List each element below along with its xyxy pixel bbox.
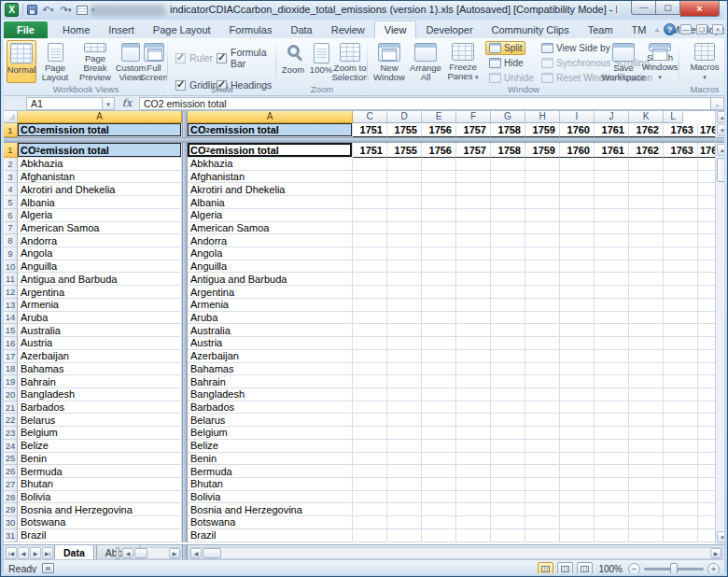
prev-sheet-icon[interactable]: ◀ xyxy=(18,547,29,559)
empty-cell[interactable] xyxy=(456,312,491,325)
empty-cell[interactable] xyxy=(595,375,629,388)
cell-A7-right[interactable]: American Samoa xyxy=(188,222,353,235)
cell-A15-left[interactable]: Australia xyxy=(18,324,182,337)
empty-cell[interactable] xyxy=(491,312,525,325)
tab-developer[interactable]: Developer xyxy=(416,21,482,38)
empty-cell[interactable] xyxy=(629,247,664,260)
row-header-1-top[interactable]: 1 xyxy=(4,123,18,137)
empty-cell[interactable] xyxy=(387,196,422,209)
row-header-6[interactable]: 6 xyxy=(4,209,18,222)
empty-cell[interactable] xyxy=(353,234,387,247)
formula-input[interactable]: CO2 emission total xyxy=(139,97,710,110)
empty-cell[interactable] xyxy=(491,273,525,286)
empty-cell[interactable] xyxy=(525,273,560,286)
cell-A30-left[interactable]: Botswana xyxy=(18,516,182,529)
empty-cell[interactable] xyxy=(664,529,698,542)
empty-cell[interactable] xyxy=(422,312,456,325)
cell-A28-left[interactable]: Bolivia xyxy=(18,491,182,504)
empty-cell[interactable] xyxy=(387,363,422,376)
empty-cell[interactable] xyxy=(422,171,456,184)
column-header-F[interactable]: F xyxy=(456,111,491,123)
save-icon[interactable] xyxy=(27,5,37,15)
empty-cell[interactable] xyxy=(560,516,595,529)
empty-cell[interactable] xyxy=(422,196,456,209)
new-window-button[interactable]: New Window xyxy=(371,40,407,83)
row-header-23[interactable]: 23 xyxy=(4,427,18,440)
empty-cell[interactable] xyxy=(456,478,491,491)
empty-cell[interactable] xyxy=(525,478,560,491)
zoom-button[interactable]: Zoom xyxy=(280,40,306,83)
empty-cell[interactable] xyxy=(560,453,595,466)
zoom-slider[interactable] xyxy=(644,568,704,570)
row-header-26[interactable]: 26 xyxy=(4,465,18,478)
h-scrollbar-left-pane[interactable]: ◀ ▶ xyxy=(121,547,181,559)
empty-cell[interactable] xyxy=(595,209,629,222)
column-header-G[interactable]: G xyxy=(491,111,525,123)
empty-cell[interactable] xyxy=(456,375,491,388)
empty-cell[interactable] xyxy=(491,491,525,504)
empty-cell[interactable] xyxy=(629,491,664,504)
save-workspace-button[interactable]: Save Workspace xyxy=(605,40,642,83)
empty-cell[interactable] xyxy=(456,324,491,337)
empty-cell[interactable] xyxy=(664,209,698,222)
row-header-5[interactable]: 5 xyxy=(4,196,18,209)
formula-bar-checkbox[interactable]: Formula Bar xyxy=(217,47,273,69)
cell-A5-right[interactable]: Albania xyxy=(188,196,353,209)
cell-A1-active[interactable]: CO2 emission total xyxy=(188,143,353,158)
cell-A31-right[interactable]: Brazil xyxy=(188,529,353,542)
empty-cell[interactable] xyxy=(422,465,456,478)
empty-cell[interactable] xyxy=(595,260,629,274)
zoom-level[interactable]: 100% xyxy=(598,564,623,574)
empty-cell[interactable] xyxy=(422,158,456,171)
empty-cell[interactable] xyxy=(456,158,491,171)
row-header-28[interactable]: 28 xyxy=(4,491,18,504)
cell-A23-right[interactable]: Belgium xyxy=(188,427,353,440)
tab-page-layout[interactable]: Page Layout xyxy=(144,21,220,38)
help-icon[interactable]: ? xyxy=(664,23,676,35)
empty-cell[interactable] xyxy=(525,427,560,440)
year-cell[interactable]: 1760 xyxy=(560,123,595,137)
empty-cell[interactable] xyxy=(353,414,387,427)
empty-cell[interactable] xyxy=(456,171,491,184)
empty-cell[interactable] xyxy=(560,375,595,388)
empty-cell[interactable] xyxy=(595,414,629,427)
year-cell[interactable]: 1761 xyxy=(595,123,629,137)
cell-A17-right[interactable]: Azerbaijan xyxy=(188,350,353,363)
empty-cell[interactable] xyxy=(595,273,629,286)
empty-cell[interactable] xyxy=(491,529,525,542)
page-layout-button[interactable]: Page Layout xyxy=(38,40,72,83)
cell-A9-right[interactable]: Angola xyxy=(188,247,353,260)
zoom-100-button[interactable]: 100% xyxy=(308,40,334,83)
row-header-2[interactable]: 2 xyxy=(4,158,18,171)
empty-cell[interactable] xyxy=(560,247,595,260)
empty-cell[interactable] xyxy=(353,312,387,325)
row-header-16[interactable]: 16 xyxy=(4,337,18,350)
empty-cell[interactable] xyxy=(422,183,456,196)
empty-cell[interactable] xyxy=(491,171,525,184)
row-header-8[interactable]: 8 xyxy=(4,234,18,247)
row-header-20[interactable]: 20 xyxy=(4,388,18,401)
empty-cell[interactable] xyxy=(422,491,456,504)
cell-A26-left[interactable]: Bermuda xyxy=(18,465,182,478)
empty-cell[interactable] xyxy=(491,247,525,260)
empty-cell[interactable] xyxy=(387,299,422,312)
empty-cell[interactable] xyxy=(353,158,387,171)
cell-A29-left[interactable]: Bosnia and Herzegovina xyxy=(18,503,182,516)
empty-cell[interactable] xyxy=(664,478,698,491)
empty-cell[interactable] xyxy=(353,324,387,337)
empty-cell[interactable] xyxy=(560,350,595,363)
empty-cell[interactable] xyxy=(595,453,629,466)
year-cell[interactable]: 1755 xyxy=(387,123,422,137)
empty-cell[interactable] xyxy=(353,440,387,453)
empty-cell[interactable] xyxy=(353,222,387,235)
empty-cell[interactable] xyxy=(491,324,525,337)
empty-cell[interactable] xyxy=(664,453,698,466)
empty-cell[interactable] xyxy=(491,337,525,350)
empty-cell[interactable] xyxy=(387,375,422,388)
empty-cell[interactable] xyxy=(629,465,664,478)
minimize-button[interactable]: — xyxy=(631,1,656,15)
cell-A3-right[interactable]: Afghanistan xyxy=(188,171,353,184)
empty-cell[interactable] xyxy=(595,401,629,415)
empty-cell[interactable] xyxy=(560,324,595,337)
empty-cell[interactable] xyxy=(387,273,422,286)
